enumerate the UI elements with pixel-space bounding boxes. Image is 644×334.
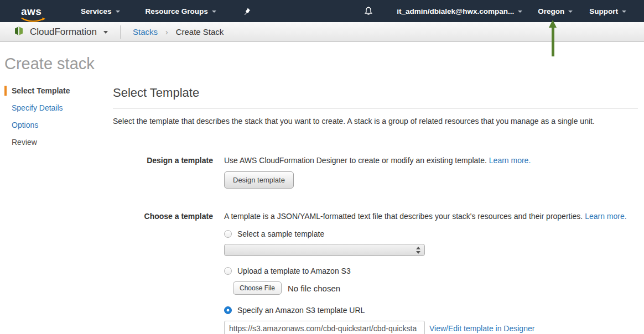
divider (120, 25, 121, 39)
choose-template-label: Choose a template (113, 212, 213, 334)
sidebar-item-specify-details[interactable]: Specify Details (4, 103, 113, 113)
chevron-down-icon (116, 11, 120, 13)
design-template-label: Design a template (113, 156, 213, 189)
services-menu[interactable]: Services (81, 7, 120, 15)
section-description: Select the template that describes the s… (113, 117, 638, 126)
section-heading: Select Template (113, 86, 638, 100)
top-nav-bar: aws Services Resource Groups (0, 0, 644, 22)
radio-button-icon[interactable] (224, 230, 232, 238)
sidebar-item-options[interactable]: Options (4, 120, 113, 130)
service-name: CloudFormation (30, 27, 97, 38)
radio-button-icon[interactable] (224, 267, 232, 275)
select-updown-icon (416, 247, 420, 254)
account-menu[interactable]: it_admin/dbialek@hwx.compan... (397, 7, 522, 15)
sidebar-item-select-template: Select Template (4, 86, 113, 96)
radio-select-sample-template[interactable]: Select a sample template (224, 229, 638, 238)
design-learn-more-link[interactable]: Learn more. (489, 156, 531, 165)
choose-template-description: A template is a JSON/YAML-formatted text… (224, 212, 638, 221)
resource-groups-menu[interactable]: Resource Groups (146, 7, 216, 15)
view-edit-designer-link[interactable]: View/Edit template in Designer (429, 324, 534, 333)
radio-upload-template[interactable]: Upload a template to Amazon S3 (224, 267, 638, 275)
main-content: Select Template Select the template that… (113, 86, 644, 334)
divider (113, 108, 638, 109)
chevron-down-icon (622, 11, 626, 13)
breadcrumb-separator: › (165, 28, 168, 36)
breadcrumb-current: Create Stack (176, 27, 224, 36)
radio-specify-s3-url[interactable]: Specify an Amazon S3 template URL (224, 306, 638, 315)
support-menu[interactable]: Support (589, 7, 626, 15)
choose-file-button[interactable]: Choose File (233, 281, 282, 295)
pushpin-icon[interactable] (243, 7, 251, 15)
sidebar-item-review: Review (4, 137, 113, 147)
chevron-down-icon (518, 11, 522, 13)
radio-button-selected-icon[interactable] (224, 306, 232, 314)
cloudformation-service-menu[interactable]: CloudFormation (13, 25, 108, 39)
chevron-down-icon (568, 11, 573, 13)
cloudformation-icon (13, 25, 24, 39)
choose-learn-more-link[interactable]: Learn more. (585, 212, 626, 221)
chevron-down-icon (103, 31, 108, 34)
design-template-button[interactable]: Design template (224, 171, 294, 189)
design-template-description: Use AWS CloudFormation Designer to creat… (224, 156, 638, 165)
region-menu[interactable]: Oregon (538, 7, 573, 15)
page-title: Create stack (4, 56, 644, 72)
green-arrow-up-icon (549, 20, 557, 56)
s3-template-url-input[interactable] (224, 321, 425, 334)
chevron-down-icon (212, 11, 216, 13)
wizard-steps-sidebar: Select Template Specify Details Options … (0, 86, 113, 334)
breadcrumb-stacks-link[interactable]: Stacks (133, 27, 158, 36)
service-nav-bar: CloudFormation Stacks › Create Stack (0, 22, 644, 42)
aws-logo-swoosh-icon (20, 15, 46, 25)
aws-logo[interactable]: aws (21, 6, 48, 17)
file-chosen-status: No file chosen (288, 284, 340, 293)
sample-template-select[interactable] (224, 244, 425, 256)
breadcrumb: Stacks › Create Stack (133, 27, 224, 36)
bell-icon[interactable] (363, 6, 373, 16)
